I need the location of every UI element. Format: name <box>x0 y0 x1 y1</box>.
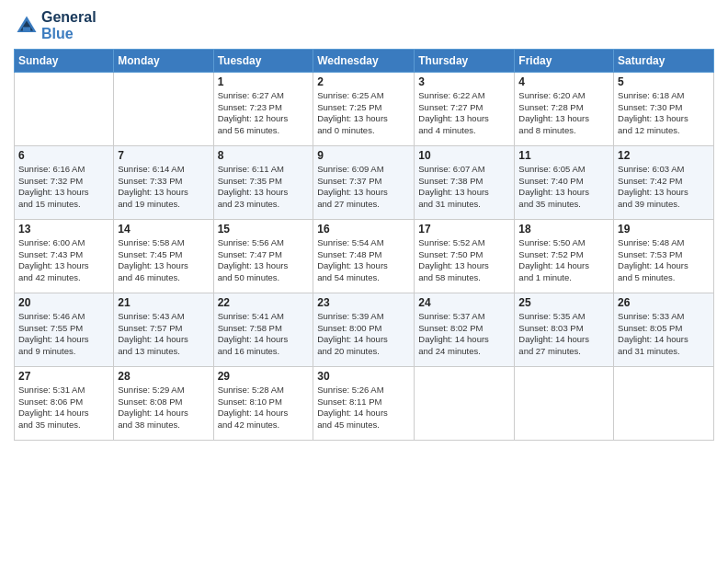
calendar-week-row: 6Sunrise: 6:16 AM Sunset: 7:32 PM Daylig… <box>15 145 714 219</box>
calendar-day-cell: 25Sunrise: 5:35 AM Sunset: 8:03 PM Dayli… <box>515 293 614 366</box>
calendar-day-cell: 24Sunrise: 5:37 AM Sunset: 8:02 PM Dayli… <box>415 293 515 366</box>
calendar-day-cell: 6Sunrise: 6:16 AM Sunset: 7:32 PM Daylig… <box>15 145 114 219</box>
logo: General Blue <box>14 9 97 43</box>
calendar-day-cell: 29Sunrise: 5:28 AM Sunset: 8:10 PM Dayli… <box>213 366 313 440</box>
day-number: 4 <box>518 75 609 88</box>
day-number: 21 <box>118 296 209 309</box>
calendar-day-header: Thursday <box>415 49 515 72</box>
svg-rect-2 <box>23 28 30 33</box>
day-info: Sunrise: 5:39 AM Sunset: 8:00 PM Dayligh… <box>317 311 410 358</box>
calendar-day-cell: 1Sunrise: 6:27 AM Sunset: 7:23 PM Daylig… <box>213 72 313 145</box>
calendar-day-cell: 12Sunrise: 6:03 AM Sunset: 7:42 PM Dayli… <box>614 145 714 219</box>
day-number: 19 <box>618 223 710 236</box>
calendar-day-cell: 23Sunrise: 5:39 AM Sunset: 8:00 PM Dayli… <box>313 293 415 366</box>
day-number: 28 <box>118 370 209 383</box>
calendar-day-cell: 5Sunrise: 6:18 AM Sunset: 7:30 PM Daylig… <box>614 72 714 145</box>
day-info: Sunrise: 5:54 AM Sunset: 7:48 PM Dayligh… <box>317 237 410 284</box>
calendar-day-cell <box>614 366 714 440</box>
day-number: 15 <box>218 223 310 236</box>
day-info: Sunrise: 5:50 AM Sunset: 7:52 PM Dayligh… <box>518 237 609 284</box>
day-info: Sunrise: 5:33 AM Sunset: 8:05 PM Dayligh… <box>618 311 710 358</box>
calendar-header-row: SundayMondayTuesdayWednesdayThursdayFrid… <box>15 49 714 72</box>
calendar-day-cell <box>15 72 114 145</box>
calendar-day-cell: 21Sunrise: 5:43 AM Sunset: 7:57 PM Dayli… <box>114 293 213 366</box>
day-info: Sunrise: 6:07 AM Sunset: 7:38 PM Dayligh… <box>418 164 510 211</box>
day-number: 7 <box>118 149 209 162</box>
day-info: Sunrise: 6:11 AM Sunset: 7:35 PM Dayligh… <box>218 164 310 211</box>
day-number: 17 <box>418 223 510 236</box>
logo-icon <box>14 13 40 39</box>
day-info: Sunrise: 5:52 AM Sunset: 7:50 PM Dayligh… <box>418 237 510 284</box>
day-number: 9 <box>317 149 410 162</box>
day-number: 23 <box>317 296 410 309</box>
calendar-day-cell <box>415 366 515 440</box>
day-info: Sunrise: 5:43 AM Sunset: 7:57 PM Dayligh… <box>118 311 209 358</box>
day-number: 30 <box>317 370 410 383</box>
calendar-day-cell: 4Sunrise: 6:20 AM Sunset: 7:28 PM Daylig… <box>515 72 614 145</box>
day-number: 26 <box>618 296 710 309</box>
calendar-day-cell: 14Sunrise: 5:58 AM Sunset: 7:45 PM Dayli… <box>114 219 213 293</box>
logo-blue: Blue <box>41 26 97 42</box>
day-info: Sunrise: 6:14 AM Sunset: 7:33 PM Dayligh… <box>118 164 209 211</box>
calendar-day-cell: 28Sunrise: 5:29 AM Sunset: 8:08 PM Dayli… <box>114 366 213 440</box>
day-number: 24 <box>418 296 510 309</box>
day-number: 18 <box>518 223 609 236</box>
day-info: Sunrise: 5:37 AM Sunset: 8:02 PM Dayligh… <box>418 311 510 358</box>
calendar-day-cell: 3Sunrise: 6:22 AM Sunset: 7:27 PM Daylig… <box>415 72 515 145</box>
header: General Blue <box>14 9 714 43</box>
calendar-day-cell: 16Sunrise: 5:54 AM Sunset: 7:48 PM Dayli… <box>313 219 415 293</box>
day-number: 22 <box>218 296 310 309</box>
day-number: 10 <box>418 149 510 162</box>
day-number: 27 <box>18 370 109 383</box>
day-info: Sunrise: 6:09 AM Sunset: 7:37 PM Dayligh… <box>317 164 410 211</box>
day-info: Sunrise: 6:00 AM Sunset: 7:43 PM Dayligh… <box>18 237 109 284</box>
day-number: 16 <box>317 223 410 236</box>
day-info: Sunrise: 5:28 AM Sunset: 8:10 PM Dayligh… <box>218 385 310 431</box>
calendar-day-cell: 15Sunrise: 5:56 AM Sunset: 7:47 PM Dayli… <box>213 219 313 293</box>
calendar-day-header: Sunday <box>15 49 114 72</box>
calendar-day-cell: 13Sunrise: 6:00 AM Sunset: 7:43 PM Dayli… <box>15 219 114 293</box>
calendar-day-cell: 8Sunrise: 6:11 AM Sunset: 7:35 PM Daylig… <box>213 145 313 219</box>
day-number: 12 <box>618 149 710 162</box>
day-number: 2 <box>317 75 410 88</box>
calendar-week-row: 20Sunrise: 5:46 AM Sunset: 7:55 PM Dayli… <box>15 293 714 366</box>
day-info: Sunrise: 6:16 AM Sunset: 7:32 PM Dayligh… <box>18 164 109 211</box>
calendar-day-cell <box>515 366 614 440</box>
day-number: 1 <box>218 75 310 88</box>
calendar-day-cell: 10Sunrise: 6:07 AM Sunset: 7:38 PM Dayli… <box>415 145 515 219</box>
day-info: Sunrise: 6:03 AM Sunset: 7:42 PM Dayligh… <box>618 164 710 211</box>
day-info: Sunrise: 5:35 AM Sunset: 8:03 PM Dayligh… <box>518 311 609 358</box>
day-info: Sunrise: 5:31 AM Sunset: 8:06 PM Dayligh… <box>18 385 109 431</box>
day-info: Sunrise: 5:56 AM Sunset: 7:47 PM Dayligh… <box>218 237 310 284</box>
calendar-day-cell: 18Sunrise: 5:50 AM Sunset: 7:52 PM Dayli… <box>515 219 614 293</box>
calendar-day-cell: 27Sunrise: 5:31 AM Sunset: 8:06 PM Dayli… <box>15 366 114 440</box>
day-number: 11 <box>518 149 609 162</box>
day-info: Sunrise: 5:41 AM Sunset: 7:58 PM Dayligh… <box>218 311 310 358</box>
day-number: 6 <box>18 149 109 162</box>
day-info: Sunrise: 5:26 AM Sunset: 8:11 PM Dayligh… <box>317 385 410 431</box>
calendar-day-cell: 9Sunrise: 6:09 AM Sunset: 7:37 PM Daylig… <box>313 145 415 219</box>
logo-text: General <box>41 9 97 26</box>
day-info: Sunrise: 6:20 AM Sunset: 7:28 PM Dayligh… <box>518 90 609 137</box>
calendar-day-cell: 2Sunrise: 6:25 AM Sunset: 7:25 PM Daylig… <box>313 72 415 145</box>
calendar-week-row: 13Sunrise: 6:00 AM Sunset: 7:43 PM Dayli… <box>15 219 714 293</box>
day-info: Sunrise: 5:46 AM Sunset: 7:55 PM Dayligh… <box>18 311 109 358</box>
calendar-day-header: Friday <box>515 49 614 72</box>
day-info: Sunrise: 5:29 AM Sunset: 8:08 PM Dayligh… <box>118 385 209 431</box>
day-info: Sunrise: 5:48 AM Sunset: 7:53 PM Dayligh… <box>618 237 710 284</box>
calendar-day-cell: 22Sunrise: 5:41 AM Sunset: 7:58 PM Dayli… <box>213 293 313 366</box>
day-number: 20 <box>18 296 109 309</box>
calendar-day-cell: 19Sunrise: 5:48 AM Sunset: 7:53 PM Dayli… <box>614 219 714 293</box>
calendar-day-header: Wednesday <box>313 49 415 72</box>
calendar-day-header: Saturday <box>614 49 714 72</box>
calendar-day-header: Monday <box>114 49 213 72</box>
day-info: Sunrise: 6:05 AM Sunset: 7:40 PM Dayligh… <box>518 164 609 211</box>
day-number: 13 <box>18 223 109 236</box>
day-info: Sunrise: 5:58 AM Sunset: 7:45 PM Dayligh… <box>118 237 209 284</box>
calendar-day-cell: 7Sunrise: 6:14 AM Sunset: 7:33 PM Daylig… <box>114 145 213 219</box>
day-number: 29 <box>218 370 310 383</box>
day-info: Sunrise: 6:27 AM Sunset: 7:23 PM Dayligh… <box>218 90 310 137</box>
calendar-day-cell: 20Sunrise: 5:46 AM Sunset: 7:55 PM Dayli… <box>15 293 114 366</box>
day-info: Sunrise: 6:22 AM Sunset: 7:27 PM Dayligh… <box>418 90 510 137</box>
calendar-table: SundayMondayTuesdayWednesdayThursdayFrid… <box>14 49 714 441</box>
